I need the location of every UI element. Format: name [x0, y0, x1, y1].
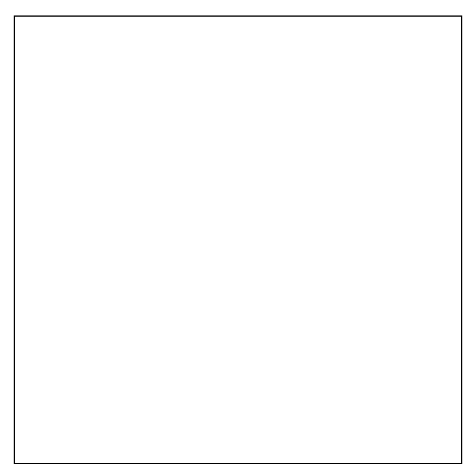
chart-container	[0, 0, 476, 476]
chart-svg	[15, 17, 461, 463]
gradient-background	[15, 17, 461, 463]
plot-area	[14, 15, 462, 464]
